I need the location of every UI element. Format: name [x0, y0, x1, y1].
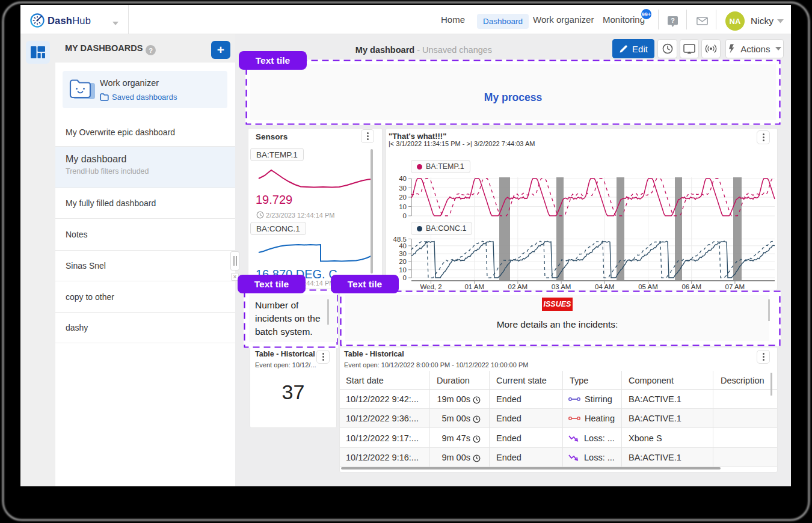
- svg-text:48.5: 48.5: [393, 236, 407, 243]
- svg-text:04 AM: 04 AM: [595, 283, 615, 290]
- svg-text:20: 20: [399, 194, 407, 201]
- svg-text:30: 30: [399, 185, 407, 192]
- svg-text:Wed, 2: Wed, 2: [420, 283, 441, 290]
- svg-text:10: 10: [399, 266, 407, 274]
- svg-text:02 AM: 02 AM: [508, 283, 528, 290]
- svg-text:05 AM: 05 AM: [638, 283, 658, 290]
- svg-text:?: ?: [671, 17, 675, 24]
- svg-text:0: 0: [403, 274, 407, 281]
- svg-text:07 AM: 07 AM: [725, 283, 745, 290]
- svg-text:01 AM: 01 AM: [464, 283, 484, 290]
- svg-text:20: 20: [399, 258, 407, 265]
- svg-text:10: 10: [399, 203, 407, 210]
- svg-text:06 AM: 06 AM: [681, 283, 701, 290]
- svg-text:30: 30: [399, 250, 407, 257]
- svg-text:40: 40: [399, 242, 407, 249]
- svg-text:0: 0: [403, 212, 407, 219]
- svg-text:03 AM: 03 AM: [552, 283, 571, 290]
- svg-text:40: 40: [399, 175, 407, 182]
